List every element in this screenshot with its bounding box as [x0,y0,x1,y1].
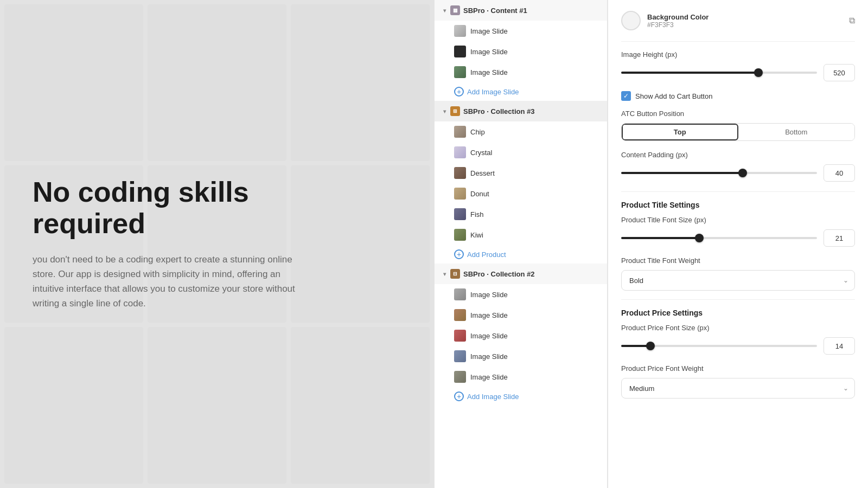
background-color-row: Background Color #F3F3F3 ⧉ [621,11,855,30]
content-padding-slider-row: 40 [621,164,855,182]
list-item[interactable]: Image Slide [435,325,607,346]
list-item[interactable]: Image Slide [435,305,607,325]
slider-track [621,345,817,347]
item-label: Fish [470,210,484,219]
item-label: Image Slide [470,352,508,361]
atc-position-toggle: Top Bottom [621,123,855,141]
item-thumb [454,350,466,362]
product-title-font-size-value[interactable]: 21 [824,229,855,247]
product-title-settings-label: Product Title Settings [621,201,855,209]
divider [621,191,855,192]
list-item[interactable]: Image Slide [435,62,607,82]
tree-group-collection3-label: SBPro · Collection #3 [463,107,534,115]
settings-panel: Background Color #F3F3F3 ⧉ Image Height … [608,0,868,488]
slider-thumb[interactable] [695,234,704,242]
add-image-slide-label-2: Add Image Slide [467,393,519,401]
preview-content: No coding skills required you don't need… [33,177,304,311]
preview-subtext: you don't need to be a coding expert to … [33,252,304,311]
list-item[interactable]: Chip [435,121,607,142]
add-circle-icon: + [454,391,464,401]
slider-track [621,237,817,239]
product-price-settings-label: Product Price Settings [621,309,855,317]
collection3-icon: ⊞ [450,106,460,116]
slider-fill [621,72,758,74]
content1-icon: ▦ [450,5,460,15]
item-label: Kiwi [470,231,483,239]
item-thumb [454,66,466,78]
show-add-to-cart-checkbox[interactable]: ✓ [621,91,631,101]
collection2-icon: ⊟ [450,269,460,279]
atc-bottom-button[interactable]: Bottom [738,124,855,140]
list-item[interactable]: Crystal [435,142,607,163]
bg-color-label: Background Color [647,13,709,21]
item-label: Image Slide [470,27,508,35]
chevron-down-icon: ▾ [443,271,446,277]
image-height-slider[interactable] [621,67,817,78]
product-price-font-size-label: Product Price Font Size (px) [621,324,855,332]
item-thumb [454,208,466,220]
product-title-font-size-slider-row: 21 [621,229,855,247]
product-title-font-size-label: Product Title Font Size (px) [621,216,855,224]
item-label: Image Slide [470,311,508,319]
bg-color-left: Background Color #F3F3F3 [621,11,709,30]
copy-icon[interactable]: ⧉ [849,16,855,25]
item-thumb [454,288,466,300]
product-price-font-size-slider-row: 14 [621,337,855,355]
image-height-slider-row: 520 [621,64,855,81]
product-price-font-size-value[interactable]: 14 [824,337,855,355]
slider-thumb[interactable] [738,169,747,177]
list-item[interactable]: Fish [435,204,607,224]
list-item[interactable]: Donut [435,183,607,204]
add-circle-icon: + [454,249,464,259]
product-price-font-weight-label: Product Price Font Weight [621,364,855,373]
tree-group-collection2[interactable]: ▾ ⊟ SBPro · Collection #2 [435,264,607,284]
add-circle-icon: + [454,87,464,97]
tree-panel: ▾ ▦ SBPro · Content #1 Image Slide Image… [434,0,608,488]
slider-thumb[interactable] [646,342,655,350]
product-price-font-size-slider[interactable] [621,341,817,351]
add-product-button[interactable]: + Add Product [435,245,607,264]
color-swatch[interactable] [621,11,641,30]
product-title-font-weight-select[interactable]: Thin Light Regular Medium Semi Bold Bold… [621,270,855,291]
show-add-to-cart-label: Show Add to Cart Button [635,92,712,100]
list-item[interactable]: Kiwi [435,224,607,245]
slider-track [621,172,817,174]
item-thumb [454,229,466,241]
atc-top-button[interactable]: Top [622,124,738,140]
tree-group-content1[interactable]: ▾ ▦ SBPro · Content #1 [435,0,607,21]
item-label: Image Slide [470,68,508,76]
tree-items-collection3: Chip Crystal Dessert Donut Fish Kiwi + A… [435,121,607,264]
tree-group-collection2-label: SBPro · Collection #2 [463,270,534,278]
product-title-font-weight-dropdown[interactable]: Thin Light Regular Medium Semi Bold Bold… [621,270,855,291]
divider [621,299,855,300]
content-padding-value[interactable]: 40 [824,164,855,182]
item-thumb [454,25,466,37]
content-padding-slider[interactable] [621,168,817,178]
slider-fill [621,237,699,239]
atc-position-label: ATC Button Position [621,110,855,118]
tree-group-content1-label: SBPro · Content #1 [463,7,527,15]
list-item[interactable]: Image Slide [435,284,607,305]
add-image-slide-button-1[interactable]: + Add Image Slide [435,82,607,101]
add-image-slide-button-2[interactable]: + Add Image Slide [435,387,607,406]
slider-thumb[interactable] [754,68,763,77]
product-title-font-size-slider[interactable] [621,233,817,243]
item-label: Image Slide [470,291,508,299]
list-item[interactable]: Dessert [435,163,607,183]
item-thumb [454,126,466,138]
product-price-font-weight-dropdown[interactable]: Thin Light Regular Medium Semi Bold Bold… [621,378,855,399]
list-item[interactable]: Image Slide [435,41,607,62]
item-thumb [454,309,466,321]
tree-group-collection3[interactable]: ▾ ⊞ SBPro · Collection #3 [435,101,607,121]
item-label: Image Slide [470,332,508,340]
product-price-font-weight-select[interactable]: Thin Light Regular Medium Semi Bold Bold [621,378,855,399]
image-height-value[interactable]: 520 [824,64,855,81]
list-item[interactable]: Image Slide [435,367,607,387]
item-thumb [454,146,466,158]
list-item[interactable]: Image Slide [435,21,607,41]
divider [621,41,855,42]
item-thumb [454,330,466,342]
add-image-slide-label-1: Add Image Slide [467,88,519,96]
product-title-font-weight-label: Product Title Font Weight [621,256,855,265]
list-item[interactable]: Image Slide [435,346,607,367]
